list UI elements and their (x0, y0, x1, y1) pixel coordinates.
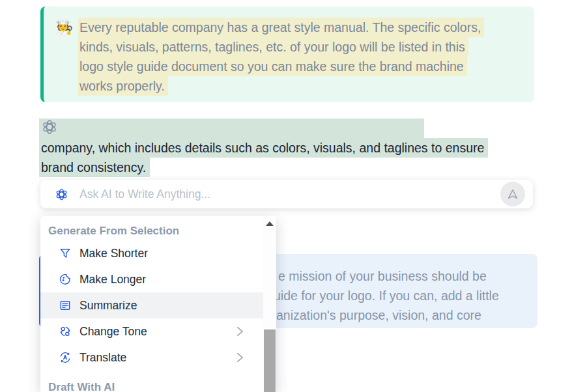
summary-line: brand consistency. (39, 158, 150, 177)
callout-text: Every reputable company has a great styl… (78, 18, 484, 96)
callout-line: logo style guide document so you can mak… (78, 57, 467, 76)
menu-item-make-longer[interactable]: Make Longer (40, 266, 263, 292)
menu-section-header: Generate From Selection (40, 216, 276, 240)
menu-section-header: Draft With AI (40, 371, 276, 392)
ai-summary-paragraph: The text discusses the importance of hav… (39, 119, 488, 177)
menu-item-label: Make Shorter (79, 247, 148, 260)
menu-item-label: Make Longer (79, 273, 146, 287)
scrollbar-thumb[interactable] (264, 329, 276, 392)
ai-atom-icon (41, 119, 58, 135)
menu-item-label: Summarize (79, 299, 137, 313)
menu-item-summarize[interactable]: Summarize (40, 292, 263, 318)
menu-scrollbar[interactable] (263, 216, 276, 392)
document-editor-screen: 🧑‍🍳 Every reputable company has a great … (0, 0, 587, 392)
paragraph-fragment: e mission of your business should be (278, 266, 487, 286)
chevron-right-icon (235, 351, 245, 364)
menu-item-change-tone[interactable]: Change Tone (40, 318, 263, 344)
callout-line: kinds, visuals, patterns, taglines, etc.… (78, 37, 468, 57)
paragraph-fragment: anization's purpose, vision, and core (276, 305, 481, 325)
menu-item-label: Translate (79, 351, 126, 365)
paragraph-fragment: uide for your logo. If you can, add a li… (274, 286, 499, 305)
chef-emoji: 🧑‍🍳 (55, 19, 73, 36)
callout-line: works properly. (78, 76, 168, 96)
translate-icon (59, 351, 72, 364)
menu-item-make-shorter[interactable]: Make Shorter (40, 240, 263, 266)
summary-line: company, which includes details such as … (39, 138, 488, 158)
send-button[interactable] (500, 182, 525, 206)
menu-item-translate[interactable]: Translate (40, 344, 263, 371)
funnel-icon (59, 247, 72, 260)
chevron-right-icon (235, 325, 245, 338)
callout-line: Every reputable company has a great styl… (78, 18, 484, 37)
callout-block: 🧑‍🍳 Every reputable company has a great … (40, 7, 534, 102)
ai-atom-icon (55, 188, 68, 201)
paper-plane-up-icon (506, 187, 520, 201)
summarize-doc-icon (59, 299, 72, 312)
ai-input-placeholder[interactable]: Ask AI to Write Anything... (79, 188, 210, 201)
ai-input-bar[interactable]: Ask AI to Write Anything... (40, 180, 533, 208)
cookie-icon (59, 273, 72, 286)
scroll-up-arrow-icon[interactable] (266, 221, 274, 226)
change-tone-icon (59, 325, 72, 338)
ai-dropdown-menu: Generate From Selection Make Shorter Mak… (40, 216, 276, 392)
menu-item-label: Change Tone (79, 325, 147, 339)
